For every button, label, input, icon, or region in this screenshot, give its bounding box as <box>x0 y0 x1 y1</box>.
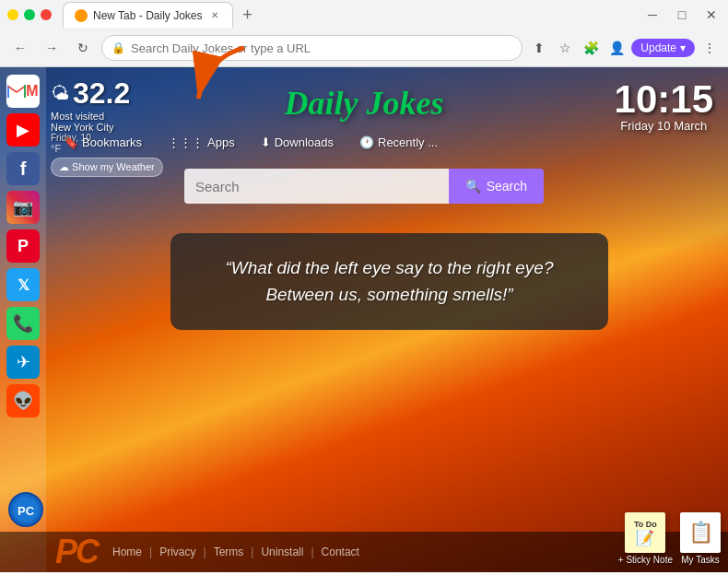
restore-icon[interactable]: □ <box>673 6 691 24</box>
instagram-icon[interactable]: 📷 <box>6 191 40 224</box>
clock-widget: 10:15 Friday 10 March <box>615 80 713 133</box>
separator-1: | <box>149 546 152 558</box>
title-bar: New Tab - Daily Jokes ✕ + ─ □ ✕ <box>0 0 728 29</box>
svg-text:PC: PC <box>18 504 35 518</box>
apps-icon: ⋮⋮⋮ <box>168 135 204 149</box>
new-tab-button[interactable]: + <box>237 4 259 26</box>
search-btn-icon: 🔍 <box>465 179 481 194</box>
pc-logo: PC <box>55 533 98 571</box>
bottom-bar: PC Home | Privacy | Terms | Uninstall | … <box>0 532 728 572</box>
bookmarks-icon: 🔖 <box>64 135 78 149</box>
search-input[interactable] <box>184 169 449 204</box>
update-label: Update <box>640 41 676 54</box>
terms-link[interactable]: Terms <box>214 546 244 558</box>
browser-tab[interactable]: New Tab - Daily Jokes ✕ <box>63 2 233 28</box>
uninstall-link[interactable]: Uninstall <box>261 546 303 558</box>
privacy-link[interactable]: Privacy <box>159 546 195 558</box>
tab-close-button[interactable]: ✕ <box>208 9 221 22</box>
gmail-icon[interactable]: M <box>6 75 40 108</box>
apps-button[interactable]: ⋮⋮⋮ Apps <box>155 130 248 155</box>
navigation-bar: ← → ↻ 🔒 ⬆ ☆ 🧩 👤 Update ▾ ⋮ <box>0 29 728 66</box>
back-button[interactable]: ← <box>7 35 33 61</box>
recently-label: Recently ... <box>378 135 438 149</box>
downloads-icon: ⬇ <box>261 135 271 149</box>
telegram-icon[interactable]: ✈ <box>6 346 40 379</box>
refresh-button[interactable]: ↻ <box>70 35 96 61</box>
sticky-note-title: To Do <box>634 520 657 529</box>
separator-2: | <box>204 546 206 558</box>
nav-action-buttons: ⬆ ☆ 🧩 👤 Update ▾ ⋮ <box>528 37 721 59</box>
sticky-note-button[interactable]: To Do 📝 + Sticky Note <box>618 512 673 565</box>
weather-temperature: 32.2 <box>73 76 130 111</box>
facebook-icon[interactable]: f <box>6 152 40 185</box>
bookmarks-label: Bookmarks <box>82 135 142 149</box>
star-icon[interactable]: ☆ <box>554 37 576 59</box>
close-window-button[interactable] <box>41 9 52 20</box>
update-chevron: ▾ <box>680 41 686 54</box>
twitter-icon[interactable]: 𝕏 <box>6 268 40 301</box>
my-tasks-button[interactable]: 📋 My Tasks <box>680 512 721 565</box>
sticky-note-label: + Sticky Note <box>618 555 673 565</box>
contact-link[interactable]: Contact <box>322 546 359 558</box>
separator-4: | <box>311 546 313 558</box>
close-icon[interactable]: ✕ <box>702 6 721 24</box>
forward-button[interactable]: → <box>39 35 65 61</box>
separator-3: | <box>251 546 253 558</box>
tasks-label: My Tasks <box>681 555 720 565</box>
share-icon[interactable]: ⬆ <box>528 37 550 59</box>
extensions-icon[interactable]: 🧩 <box>580 37 602 59</box>
whatsapp-icon[interactable]: 📞 <box>6 307 40 340</box>
youtube-icon[interactable]: ▶ <box>6 113 40 147</box>
profile-icon[interactable]: 👤 <box>605 37 628 59</box>
clock-time: 10:15 <box>615 80 713 119</box>
annotation-arrow <box>180 39 263 125</box>
recently-icon: 🕐 <box>359 135 374 149</box>
main-content: Daily Jokes M ▶ f 📷 P 𝕏 📞 ✈ 👽 <box>0 67 728 572</box>
address-bar[interactable]: 🔒 <box>101 35 523 61</box>
weather-btn-label: ☁ Show my Weather <box>59 161 155 173</box>
toolbar: 🔖 Bookmarks ⋮⋮⋮ Apps ⬇ Downloads 🕐 Recen… <box>51 130 728 155</box>
downloads-button[interactable]: ⬇ Downloads <box>248 130 346 155</box>
weather-widget: 🌤 32.2 Most visitedNew York City Friday,… <box>51 76 163 177</box>
window-action-buttons: ─ □ ✕ <box>643 6 721 24</box>
show-weather-button[interactable]: ☁ Show my Weather <box>51 158 163 177</box>
pc-icon-button[interactable]: PC <box>7 491 44 528</box>
reddit-icon[interactable]: 👽 <box>6 384 40 417</box>
search-bar: 🔍 Search <box>184 169 544 204</box>
minimize-button[interactable] <box>7 9 18 20</box>
menu-icon[interactable]: ⋮ <box>699 37 721 59</box>
browser-chrome: New Tab - Daily Jokes ✕ + ─ □ ✕ ← → ↻ 🔒 … <box>0 0 728 67</box>
search-btn-label: Search <box>487 179 527 194</box>
footer-links: Home | Privacy | Terms | Uninstall | Con… <box>112 546 359 558</box>
maximize-button[interactable] <box>24 9 35 20</box>
search-button[interactable]: 🔍 Search <box>449 169 544 204</box>
clock-date: Friday 10 March <box>615 119 713 133</box>
joke-bubble: “What did the left eye say to the right … <box>170 233 608 330</box>
apps-label: Apps <box>207 135 235 149</box>
weather-icon: 🌤 <box>51 83 69 104</box>
recently-button[interactable]: 🕐 Recently ... <box>346 130 451 155</box>
tab-favicon <box>75 9 88 22</box>
window-controls <box>7 9 52 20</box>
tab-title: New Tab - Daily Jokes <box>93 9 203 22</box>
right-tools: To Do 📝 + Sticky Note 📋 My Tasks <box>618 512 721 565</box>
sticky-note-icon: To Do 📝 <box>625 512 665 553</box>
joke-text: “What did the left eye say to the right … <box>226 258 554 304</box>
tasks-icon: 📋 <box>680 512 721 553</box>
site-title: Daily Jokes <box>285 84 444 123</box>
downloads-label: Downloads <box>275 135 334 149</box>
bookmarks-button[interactable]: 🔖 Bookmarks <box>51 130 155 155</box>
minimize-icon[interactable]: ─ <box>643 6 662 24</box>
pinterest-icon[interactable]: P <box>6 229 40 263</box>
home-link[interactable]: Home <box>112 546 142 558</box>
update-button[interactable]: Update ▾ <box>631 39 695 57</box>
